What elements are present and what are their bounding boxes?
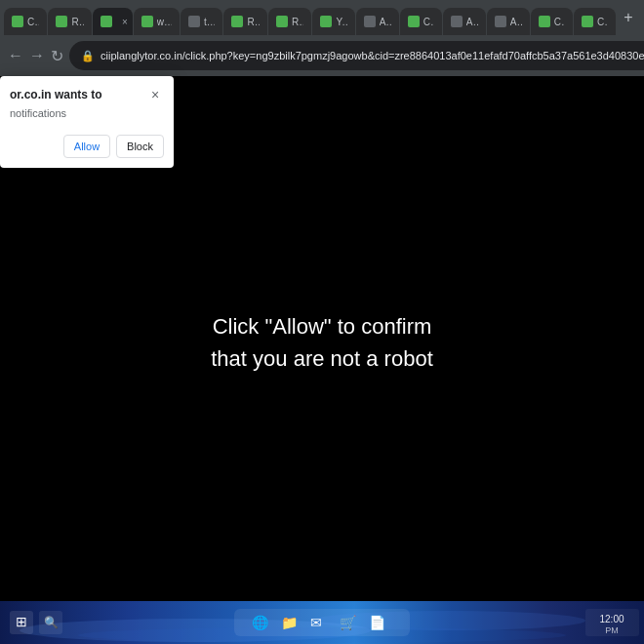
tab-3-close[interactable]: × xyxy=(120,17,130,27)
taskbar: ⊞ 🔍 🌐 📁 ✉ 🛒 📄 12:00 PM xyxy=(0,601,644,644)
robot-message-line1: Click "Allow" to confirm xyxy=(213,314,432,339)
browser-chrome: Crip Rep × www tren Rep R xyxy=(0,0,644,76)
url-text: ciiplanglytor.co.in/click.php?key=ng9zbi… xyxy=(101,50,644,61)
block-button[interactable]: Block xyxy=(116,135,164,158)
svg-text:🔍: 🔍 xyxy=(44,615,59,629)
tab-3-active[interactable]: × xyxy=(93,8,133,35)
tab-6-icon xyxy=(231,16,243,27)
tab-4-icon xyxy=(141,16,153,27)
dialog-close-button[interactable]: × xyxy=(146,86,164,103)
tab-4[interactable]: www xyxy=(134,8,180,35)
tab-11[interactable]: Atte xyxy=(443,8,486,35)
tab-14[interactable]: Clic xyxy=(574,8,616,35)
tab-3-icon xyxy=(101,16,112,27)
permission-dialog: or.co.in wants to × notifications Allow … xyxy=(0,76,174,168)
tab-9-icon xyxy=(364,16,376,27)
tab-12-icon xyxy=(495,16,506,27)
tab-11-icon xyxy=(451,16,463,27)
refresh-button[interactable]: ↻ xyxy=(51,44,63,67)
tab-5[interactable]: tren xyxy=(181,8,223,35)
tab-12-label: Atte xyxy=(510,17,522,27)
tab-9-label: Atte xyxy=(380,17,391,27)
tab-6-label: Rep xyxy=(247,17,259,27)
svg-text:📁: 📁 xyxy=(281,615,299,631)
dialog-buttons: Allow Block xyxy=(0,129,174,168)
url-lock-icon: 🔒 xyxy=(81,50,95,62)
tab-12[interactable]: Atte xyxy=(487,8,530,35)
tab-4-label: www xyxy=(157,17,172,27)
tab-13-label: Clic xyxy=(554,17,565,27)
back-button[interactable]: ← xyxy=(8,44,23,67)
address-bar: ← → ↻ 🔒 ciiplanglytor.co.in/click.php?ke… xyxy=(0,35,644,76)
tab-8-label: You xyxy=(336,17,346,27)
url-field[interactable]: 🔒 ciiplanglytor.co.in/click.php?key=ng9z… xyxy=(69,41,644,70)
svg-text:📄: 📄 xyxy=(369,615,386,631)
tab-1-label: Crip xyxy=(27,17,39,27)
tab-9[interactable]: Atte xyxy=(356,8,399,35)
dialog-site-name: or.co.in wants to xyxy=(10,88,102,101)
tab-13[interactable]: Clic xyxy=(531,8,573,35)
svg-text:✉: ✉ xyxy=(310,615,322,630)
svg-text:PM: PM xyxy=(605,625,619,635)
allow-button[interactable]: Allow xyxy=(63,135,110,158)
tab-2-label: Rep xyxy=(71,17,83,27)
tab-8-icon xyxy=(320,16,332,27)
tab-10-icon xyxy=(408,16,420,27)
svg-text:⊞: ⊞ xyxy=(16,614,27,629)
tab-1-icon xyxy=(12,16,23,27)
tab-5-icon xyxy=(188,16,200,27)
tab-7-icon xyxy=(276,16,288,27)
tab-8[interactable]: You xyxy=(312,8,354,35)
tab-6[interactable]: Rep xyxy=(223,8,266,35)
tab-2[interactable]: Rep xyxy=(48,8,91,35)
tab-5-label: tren xyxy=(204,17,216,27)
robot-message: Click "Allow" to confirm that you are no… xyxy=(211,310,433,375)
new-tab-button[interactable]: + xyxy=(617,6,640,29)
dialog-header: or.co.in wants to × xyxy=(0,76,174,107)
tab-13-icon xyxy=(539,16,550,27)
browser-content: or.co.in wants to × notifications Allow … xyxy=(0,76,644,609)
svg-text:🛒: 🛒 xyxy=(340,615,357,631)
tab-14-icon xyxy=(582,16,593,27)
svg-text:12:00: 12:00 xyxy=(599,614,624,624)
forward-button[interactable]: → xyxy=(29,44,45,67)
svg-text:🌐: 🌐 xyxy=(252,615,269,631)
tab-11-label: Atte xyxy=(466,17,478,27)
tab-10-label: Clic xyxy=(423,17,434,27)
tab-10[interactable]: Clic xyxy=(400,8,442,35)
tab-14-label: Clic xyxy=(597,17,608,27)
robot-message-line2: that you are not a robot xyxy=(211,346,433,371)
tab-1[interactable]: Crip xyxy=(4,8,47,35)
dialog-permission-type: notifications xyxy=(0,107,174,129)
tab-bar: Crip Rep × www tren Rep R xyxy=(0,0,644,35)
tab-7-label: Rep xyxy=(292,17,303,27)
tab-2-icon xyxy=(56,16,67,27)
tab-7[interactable]: Rep xyxy=(268,8,311,35)
